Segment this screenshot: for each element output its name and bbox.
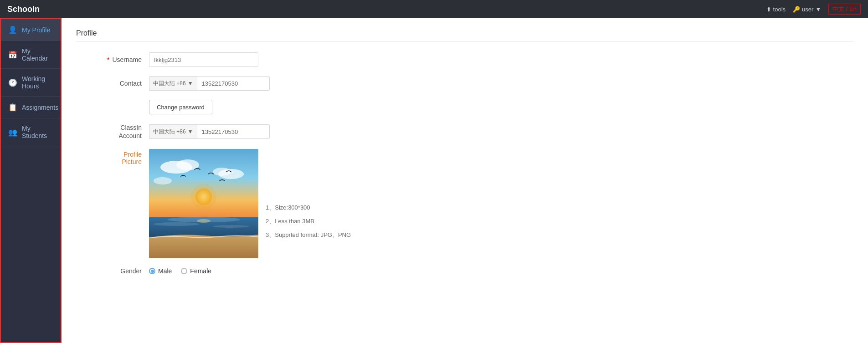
assignments-icon: 📋 bbox=[8, 103, 17, 112]
profile-hints: 1、Size:300*300 2、Less than 3MB 3、Supprte… bbox=[266, 149, 351, 239]
clock-icon: 🕐 bbox=[8, 78, 17, 87]
classin-input-group: 中国大陆 +86 ▼ bbox=[149, 124, 270, 139]
female-radio[interactable] bbox=[181, 268, 187, 274]
sidebar-item-my-calendar[interactable]: 📅 My Calendar bbox=[1, 41, 61, 69]
profile-image[interactable] bbox=[149, 149, 258, 258]
user-name: user bbox=[802, 6, 813, 13]
sidebar-item-assignments[interactable]: 📋 Assignments bbox=[1, 97, 61, 118]
classin-label: ClassInAccount bbox=[76, 123, 149, 140]
profile-picture-row: Profile Picture bbox=[76, 149, 853, 258]
tools-icon: ⬆ bbox=[766, 6, 771, 13]
contact-input-group: 中国大陆 +86 ▼ bbox=[149, 76, 270, 91]
header: Schooin ⬆ tools 🔑 user ▼ 中文 / En bbox=[0, 0, 868, 18]
phone-number-input[interactable] bbox=[197, 76, 270, 91]
required-marker: * bbox=[107, 56, 109, 63]
gender-female-option[interactable]: Female bbox=[181, 267, 211, 275]
user-icon: 👤 bbox=[8, 26, 17, 34]
hint-size-limit: 2、Less than 3MB bbox=[266, 217, 351, 225]
gender-male-option[interactable]: Male bbox=[149, 267, 172, 275]
change-password-button[interactable]: Change password bbox=[149, 100, 212, 114]
students-icon: 👥 bbox=[8, 128, 17, 137]
svg-point-12 bbox=[197, 219, 211, 223]
svg-point-11 bbox=[213, 225, 249, 228]
divider bbox=[76, 41, 853, 41]
classin-phone-prefix-text: 中国大陆 +86 bbox=[153, 128, 186, 136]
username-label-text: Username bbox=[112, 56, 142, 63]
change-password-row: Change password bbox=[76, 100, 853, 114]
male-label: Male bbox=[158, 267, 172, 275]
gender-row: Gender Male Female bbox=[76, 267, 853, 275]
header-right: ⬆ tools 🔑 user ▼ 中文 / En bbox=[766, 4, 861, 15]
sidebar-label-my-calendar: My Calendar bbox=[22, 47, 53, 62]
female-label: Female bbox=[190, 267, 211, 275]
section-title: Profile bbox=[76, 29, 853, 37]
sidebar-label-my-profile: My Profile bbox=[22, 26, 50, 34]
sidebar-item-my-profile[interactable]: 👤 My Profile bbox=[1, 19, 61, 41]
classin-phone-prefix-dropdown[interactable]: 中国大陆 +86 ▼ bbox=[149, 124, 197, 139]
hint-format: 3、Supprted format: JPG、PNG bbox=[266, 231, 351, 239]
sidebar: 👤 My Profile 📅 My Calendar 🕐 Working Hou… bbox=[0, 18, 62, 343]
username-label: * Username bbox=[76, 56, 149, 63]
chevron-down-icon: ▼ bbox=[815, 6, 821, 13]
male-radio[interactable] bbox=[149, 268, 155, 274]
chevron-down-icon: ▼ bbox=[188, 80, 193, 87]
main-content: Profile * Username Contact 中国大陆 +86 ▼ bbox=[62, 18, 868, 343]
gender-label: Gender bbox=[76, 267, 149, 275]
svg-point-7 bbox=[154, 177, 172, 184]
username-input[interactable] bbox=[149, 52, 258, 67]
phone-prefix-dropdown[interactable]: 中国大陆 +86 ▼ bbox=[149, 76, 197, 91]
sidebar-label-my-students: My Students bbox=[22, 125, 53, 139]
contact-row: Contact 中国大陆 +86 ▼ bbox=[76, 76, 853, 91]
svg-point-6 bbox=[213, 168, 231, 176]
calendar-icon: 📅 bbox=[8, 51, 17, 59]
language-switcher[interactable]: 中文 / En bbox=[828, 4, 861, 15]
sidebar-label-working-hours: Working Hours bbox=[22, 75, 53, 90]
sidebar-item-working-hours[interactable]: 🕐 Working Hours bbox=[1, 69, 61, 97]
user-icon: 🔑 bbox=[793, 6, 800, 13]
tools-label: tools bbox=[773, 6, 786, 13]
layout: 👤 My Profile 📅 My Calendar 🕐 Working Hou… bbox=[0, 18, 868, 343]
classin-phone-input[interactable] bbox=[197, 124, 270, 139]
gender-options: Male Female bbox=[149, 267, 211, 275]
beach-scene-svg bbox=[149, 149, 258, 258]
svg-point-2 bbox=[191, 184, 216, 210]
logo: Schooin bbox=[7, 5, 40, 14]
sidebar-label-assignments: Assignments bbox=[22, 104, 58, 111]
username-row: * Username bbox=[76, 52, 853, 67]
profile-picture-label: Profile Picture bbox=[76, 149, 149, 165]
contact-label: Contact bbox=[76, 80, 149, 87]
classin-row: ClassInAccount 中国大陆 +86 ▼ bbox=[76, 123, 853, 140]
hint-size: 1、Size:300*300 bbox=[266, 204, 351, 212]
tools-button[interactable]: ⬆ tools bbox=[766, 6, 786, 13]
phone-prefix-text: 中国大陆 +86 bbox=[153, 80, 186, 87]
svg-point-10 bbox=[154, 222, 199, 226]
user-menu[interactable]: 🔑 user ▼ bbox=[793, 6, 821, 13]
chevron-down-icon: ▼ bbox=[188, 128, 193, 135]
sidebar-item-my-students[interactable]: 👥 My Students bbox=[1, 118, 61, 146]
